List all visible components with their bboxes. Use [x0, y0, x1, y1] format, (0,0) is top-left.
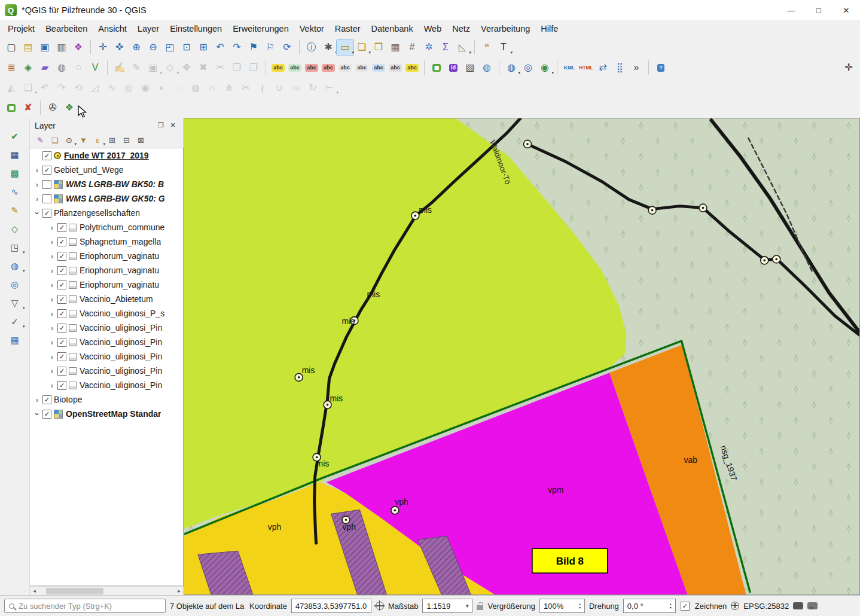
layer-visibility-checkbox[interactable]: ✓: [42, 166, 51, 175]
layer-visibility-checkbox[interactable]: ✓: [57, 223, 66, 232]
layer-labeling-button[interactable]: abc: [270, 60, 286, 76]
layer-item-wms-lgrb-bw-bk50-b[interactable]: ›WMS LGRB-BW BK50: B: [30, 177, 183, 191]
minimize-button[interactable]: —: [777, 0, 805, 20]
dropdown-arrow-icon[interactable]: ▾: [510, 50, 513, 55]
select-by-value-button[interactable]: ❏▾: [353, 39, 370, 56]
new-virtual-layer-button[interactable]: ◌: [70, 60, 87, 76]
menu-raster[interactable]: Raster: [330, 22, 366, 36]
import-photos-plugin-button[interactable]: ✇: [44, 100, 61, 116]
layer-item-pflanzengesellschaften[interactable]: ›✓Pflanzengesellschaften: [30, 206, 183, 220]
menu-hilfe[interactable]: Hilfe: [535, 22, 563, 36]
help-contents-button[interactable]: ?: [652, 60, 669, 76]
identify-features-button[interactable]: ⓘ: [303, 39, 320, 56]
web-globe-button[interactable]: ◍▾: [5, 257, 25, 274]
new-geopackage-button[interactable]: ◈: [20, 60, 36, 76]
zoom-last-button[interactable]: ↶: [212, 39, 228, 56]
dropdown-arrow-icon[interactable]: ▾: [23, 324, 25, 329]
layer-item-polytrichum-commune[interactable]: ›✓Polytrichum_commune: [30, 220, 183, 234]
layer-visibility-checkbox[interactable]: ✓: [57, 338, 66, 347]
dropdown-arrow-icon[interactable]: ▾: [23, 306, 25, 310]
expand-arrow-icon[interactable]: ›: [32, 166, 42, 175]
layer-visibility-checkbox[interactable]: ✓: [57, 352, 66, 361]
zoom-in-button[interactable]: ⊕: [128, 39, 145, 56]
layer-item-openstreetmap-standar[interactable]: ›✓OpenStreetMap Standar: [30, 407, 183, 421]
dropdown-arrow-icon[interactable]: ▾: [23, 250, 25, 255]
layer-visibility-checkbox[interactable]: [42, 194, 51, 203]
render-checkbox[interactable]: ✓ Zeichnen: [680, 602, 727, 611]
menu-vektor[interactable]: Vektor: [294, 22, 330, 36]
zoom-full-button[interactable]: ◰: [161, 39, 178, 56]
layer-visibility-checkbox[interactable]: ✓: [42, 151, 51, 160]
digitizing-pen-button[interactable]: ✎: [5, 202, 25, 218]
crosshair-button[interactable]: ✛: [840, 60, 857, 76]
zoom-out-button[interactable]: ⊖: [145, 39, 161, 56]
menu-erweiterungen[interactable]: Erweiterungen: [227, 22, 294, 36]
point-cluster-button[interactable]: ⣿: [611, 60, 628, 76]
expand-arrow-icon[interactable]: ›: [47, 352, 57, 361]
menu-einstellungen[interactable]: Einstellungen: [164, 22, 227, 36]
expand-arrow-icon[interactable]: ›: [47, 367, 57, 376]
data-exchange-button[interactable]: ⇄: [594, 60, 611, 76]
text-annotation-button[interactable]: T▾: [495, 39, 512, 56]
float-panel-button[interactable]: ❐: [155, 120, 167, 131]
layer-item-vaccinio-uliginosi-pin[interactable]: ›✓Vaccinio_uliginosi_Pin: [30, 378, 183, 392]
pan-map-button[interactable]: ✛: [94, 39, 111, 56]
toolbar-overflow-button[interactable]: »: [628, 60, 645, 76]
zoom-next-button[interactable]: ↷: [228, 39, 245, 56]
open-project-button[interactable]: ▤: [20, 39, 36, 56]
highlight-pinned-labels-button[interactable]: abc: [337, 60, 353, 76]
menu-web[interactable]: Web: [419, 22, 447, 36]
layer-visibility-checkbox[interactable]: ✓: [57, 280, 66, 289]
web-menu-button[interactable]: ◍▾: [503, 60, 520, 76]
layer-item-funde-wt-2017-2019[interactable]: ✓Funde WT 2017_2019: [30, 148, 183, 163]
style-manager-button[interactable]: ❖: [70, 39, 87, 56]
layer-item-vaccinio-uliginosi-pin[interactable]: ›✓Vaccinio_uliginosi_Pin: [30, 349, 183, 364]
close-button[interactable]: ✕: [832, 0, 860, 20]
move-label-button[interactable]: abc: [353, 60, 370, 76]
layer-diagram-button[interactable]: abc: [286, 60, 303, 76]
layer-item-vaccinio-uliginosi-p-s[interactable]: ›✓Vaccinio_uliginosi_P_s: [30, 306, 183, 321]
zoom-to-selection-button[interactable]: ⊡: [178, 39, 195, 56]
expand-arrow-icon[interactable]: ›: [47, 280, 57, 289]
select-features-button[interactable]: ▭▾: [337, 39, 353, 56]
pin-labels-button[interactable]: abc: [303, 60, 320, 76]
data-source-manager-button[interactable]: ≣: [3, 60, 20, 76]
menu-verarbeitung[interactable]: Verarbeitung: [475, 22, 535, 36]
measure-button[interactable]: ◺▾: [454, 39, 471, 56]
layer-item-eriophorum-vaginatu[interactable]: ›✓Eriophorum_vaginatu: [30, 249, 183, 263]
map-grid-plugin-button[interactable]: ▦: [3, 100, 20, 116]
layer-item-vaccinio-abietetum[interactable]: ›✓Vaccinio_Abietetum: [30, 292, 183, 306]
rotation-spinbox[interactable]: 0,0 ° ▴▾: [623, 599, 676, 613]
new-temporary-layer-button[interactable]: V: [87, 60, 103, 76]
layer-item-gebiet-und-wege[interactable]: ›✓Gebiet_und_Wege: [30, 163, 183, 177]
show-bookmarks-button[interactable]: ⚐: [262, 39, 279, 56]
menu-bearbeiten[interactable]: Bearbeiten: [40, 22, 93, 36]
layer-extras-button[interactable]: ◳▾: [5, 239, 25, 255]
layer-item-sphagnetum-magella[interactable]: ›✓Sphagnetum_magella: [30, 234, 183, 249]
snapping-curve-button[interactable]: ∿: [5, 183, 25, 200]
open-layer-styling-button[interactable]: ✎: [33, 134, 47, 147]
scale-combobox[interactable]: 1:1519 ▾: [422, 599, 472, 613]
manage-map-themes-button[interactable]: ⊙▾: [62, 134, 76, 147]
map-tips-button[interactable]: ❝: [478, 39, 495, 56]
new-spatialite-button[interactable]: ◍: [53, 60, 70, 76]
log-messages-icon[interactable]: [807, 602, 818, 609]
layer-item-eriophorum-vaginatu[interactable]: ›✓Eriophorum_vaginatu: [30, 277, 183, 292]
filter-legend-button[interactable]: ▼: [77, 134, 90, 147]
change-label-button[interactable]: abc: [404, 60, 420, 76]
kml-tools-button[interactable]: KML: [561, 60, 578, 76]
layer-visibility-checkbox[interactable]: ✓: [57, 324, 66, 333]
collapse-arrow-icon[interactable]: ›: [33, 208, 42, 218]
map-view[interactable]: mismismismismismisvphvphvphvpmvabnsg_193…: [184, 118, 860, 595]
geometry-checker-plugin-button[interactable]: ✘: [20, 100, 36, 116]
expand-arrow-icon[interactable]: ›: [47, 266, 57, 275]
new-project-button[interactable]: ▢: [3, 39, 20, 56]
filter-by-expression-button[interactable]: ε▾: [91, 134, 105, 147]
scrollbar-track[interactable]: [39, 587, 175, 595]
html-tools-button[interactable]: HTML: [578, 60, 594, 76]
dropdown-arrow-icon[interactable]: ▾: [551, 71, 554, 75]
map-pin-plugin-button[interactable]: ❖: [61, 100, 78, 116]
maximize-button[interactable]: □: [805, 0, 832, 20]
layer-visibility-checkbox[interactable]: ✓: [57, 309, 66, 318]
layer-visibility-checkbox[interactable]: ✓: [42, 410, 51, 419]
